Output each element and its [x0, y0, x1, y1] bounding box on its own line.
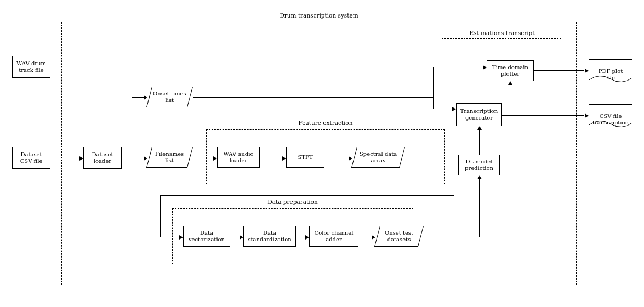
edge-color-to-onsettest — [358, 237, 372, 237]
node-pdf-out: PDF plotfile — [589, 59, 632, 83]
node-trans-gen-label: Transcriptiongenerator — [460, 108, 498, 121]
node-dataset-loader-label: Datasetloader — [92, 151, 113, 164]
edge-spectral-out — [406, 158, 454, 158]
node-dataset-csv-label: DatasetCSV file — [20, 151, 43, 164]
arrow-vec-to-std — [240, 235, 243, 240]
node-data-vec-label: Datavectorization — [189, 230, 225, 243]
node-trans-gen: Transcriptiongenerator — [456, 103, 502, 126]
node-onset-times-label: Onset timeslist — [153, 90, 186, 104]
node-wav-input: WAV drumtrack file — [12, 56, 50, 78]
edge-transgen-to-timeplotter — [510, 85, 510, 103]
arrow-wav-to-transgen — [452, 107, 456, 111]
node-time-plotter: Time domainplotter — [487, 60, 534, 81]
arrow-wav-to-timeplotter — [483, 65, 487, 70]
edge-spectral-left — [160, 195, 454, 196]
node-csv-out: CSV filetranscription — [589, 104, 632, 128]
edge-loader-out — [122, 158, 132, 158]
node-stft: STFT — [286, 147, 324, 168]
arrow-loader-to-onset — [144, 95, 147, 100]
edge-loader-up — [132, 97, 132, 158]
arrow-color-to-onsettest — [372, 235, 375, 240]
node-onset-test: Onset testdatasets — [374, 226, 424, 247]
node-time-plotter-label: Time domainplotter — [492, 64, 528, 77]
arrow-csv-to-loader — [79, 156, 83, 161]
node-dataset-loader: Datasetloader — [83, 147, 122, 169]
group-feature-label: Feature extraction — [295, 120, 356, 126]
edge-wav-branch-to-transgen — [433, 109, 452, 109]
node-wav-loader-label: WAV audioloader — [224, 151, 254, 164]
node-data-std: Datastandardization — [243, 226, 296, 247]
node-onset-test-label: Onset testdatasets — [385, 230, 413, 243]
group-est-label: Estimations transcript — [466, 30, 538, 36]
arrow-onsettest-to-dlpred — [477, 175, 482, 179]
edge-loader-to-onset — [132, 97, 144, 98]
node-color-ch: Color channeladder — [309, 226, 358, 247]
arrow-loader-to-filenames — [144, 156, 147, 161]
edge-onset-long — [193, 97, 433, 98]
arrow-transgen-to-csv — [585, 113, 589, 118]
node-color-ch-label: Color channeladder — [315, 230, 354, 243]
node-data-vec: Datavectorization — [183, 226, 230, 247]
group-prep-label: Data preparation — [264, 198, 321, 205]
edge-wav-to-est — [50, 67, 482, 67]
edge-timeplotter-to-pdf — [534, 70, 584, 71]
arrow-timeplotter-to-pdf — [585, 69, 589, 73]
edge-vec-to-std — [230, 237, 239, 237]
node-wav-loader: WAV audioloader — [217, 147, 260, 168]
edge-std-to-color — [296, 237, 305, 237]
node-pdf-out-label: PDF plotfile — [589, 68, 632, 81]
edge-transgen-to-csv — [502, 115, 584, 116]
node-dataset-csv: DatasetCSV file — [12, 147, 50, 169]
group-main-label: Drum transcription system — [276, 12, 361, 19]
edge-onsettest-right — [424, 237, 479, 237]
arrow-transgen-to-timeplotter — [508, 81, 512, 85]
node-onset-times: Onset timeslist — [146, 87, 193, 107]
edge-wav-branch-down — [433, 67, 434, 109]
arrow-filenames-to-wavloader — [213, 156, 217, 161]
arrow-spectral-to-vec — [179, 235, 183, 240]
arrow-dlpred-to-transgen — [477, 126, 482, 130]
node-filenames-label: Filenameslist — [155, 151, 184, 164]
edge-filenames-to-wavloader — [193, 158, 213, 158]
edge-spectral-down1 — [454, 158, 454, 195]
edge-wavloader-to-stft — [260, 158, 282, 158]
node-wav-input-label: WAV drumtrack file — [16, 60, 46, 73]
edge-dlpred-to-transgen — [479, 130, 480, 155]
node-dl-pred: DL modelprediction — [458, 155, 500, 175]
arrow-std-to-color — [305, 235, 309, 240]
edge-spectral-down2 — [160, 195, 161, 237]
edge-csv-to-loader — [50, 158, 79, 158]
node-data-std-label: Datastandardization — [248, 230, 291, 243]
edge-onsettest-up — [479, 179, 480, 237]
arrow-wavloader-to-stft — [282, 156, 286, 161]
edge-spectral-to-vec — [160, 237, 179, 237]
node-spectral: Spectral dataarray — [351, 147, 405, 168]
node-dl-pred-label: DL modelprediction — [465, 158, 493, 172]
arrow-stft-to-spectral — [349, 156, 352, 161]
node-filenames: Filenameslist — [146, 147, 193, 168]
node-spectral-label: Spectral dataarray — [360, 151, 397, 164]
node-stft-label: STFT — [298, 154, 312, 161]
edge-loader-to-filenames — [132, 158, 144, 158]
edge-stft-to-spectral — [324, 158, 349, 158]
node-csv-out-label: CSV filetranscription — [589, 113, 632, 126]
